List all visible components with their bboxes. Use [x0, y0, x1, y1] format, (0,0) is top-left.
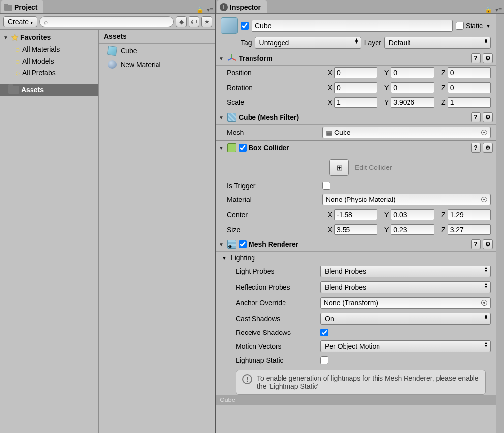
search-icon: ⌕	[44, 18, 48, 26]
scale-z-input[interactable]	[448, 97, 491, 108]
mesh-object-field[interactable]: ▦ Cube	[322, 127, 491, 138]
favorite-all-models[interactable]: ⌕All Models	[0, 55, 98, 67]
boxcollider-header[interactable]: ▼ Box Collider ? ⚙	[216, 140, 496, 155]
inspector-scrollbar[interactable]	[496, 14, 504, 433]
mesh-icon: ▦	[326, 129, 332, 136]
inspector-tab-bar: i Inspector 🔒 ▾≡	[216, 0, 504, 14]
static-dropdown-icon[interactable]: ▼	[486, 23, 491, 29]
lightmap-static-row: Lightmap Static	[216, 354, 496, 366]
info-icon: i	[220, 3, 228, 11]
foldout-icon[interactable]: ▼	[222, 255, 227, 261]
transform-position-row: Position X Y Z	[216, 66, 496, 80]
object-picker-icon[interactable]	[481, 197, 487, 202]
is-trigger-checkbox[interactable]	[322, 182, 330, 190]
gear-icon[interactable]: ⚙	[483, 239, 493, 249]
project-toolbar: Create ▾ ⌕ ◆ 🏷 ★	[0, 14, 215, 30]
filter-type-button[interactable]: ◆	[176, 16, 187, 27]
meshfilter-icon	[227, 112, 237, 122]
filter-label-button[interactable]: 🏷	[189, 16, 199, 27]
motion-vectors-dropdown[interactable]: Per Object Motion	[320, 340, 491, 352]
object-picker-icon[interactable]	[481, 300, 487, 306]
project-tree: ▼ ★ Favorites ⌕All Materials ⌕All Models…	[0, 30, 99, 433]
center-x-input[interactable]	[334, 209, 377, 220]
filter-favorite-button[interactable]: ★	[201, 16, 212, 27]
foldout-icon[interactable]: ▼	[219, 115, 225, 120]
motion-vectors-row: Motion Vectors Per Object Motion	[216, 338, 496, 354]
favorite-all-materials[interactable]: ⌕All Materials	[0, 43, 98, 55]
asset-new-material[interactable]: New Material	[99, 58, 215, 71]
lightmap-static-checkbox[interactable]	[320, 356, 328, 364]
project-search-input[interactable]	[50, 18, 169, 26]
project-tab-bar: Project 🔒 ▾≡	[0, 0, 215, 14]
foldout-icon[interactable]: ▼	[219, 56, 225, 61]
gameobject-name-input[interactable]	[252, 20, 453, 32]
asset-cube[interactable]: Cube	[99, 44, 215, 58]
gameobject-active-checkbox[interactable]	[241, 22, 249, 30]
static-checkbox[interactable]	[456, 22, 464, 30]
search-icon: ⌕	[15, 68, 20, 77]
collider-size-row: Size X Y Z	[216, 222, 496, 237]
transform-rotation-row: Rotation X Y Z	[216, 80, 496, 95]
position-x-input[interactable]	[334, 67, 377, 78]
center-y-input[interactable]	[391, 209, 434, 220]
meshrenderer-enabled-checkbox[interactable]	[239, 240, 247, 248]
transform-scale-row: Scale X Y Z	[216, 95, 496, 110]
anchor-override-row: Anchor Override None (Transform)	[216, 295, 496, 311]
size-x-input[interactable]	[334, 224, 377, 235]
anchor-override-field[interactable]: None (Transform)	[320, 297, 491, 309]
bottom-status-bar: Cube	[216, 395, 496, 405]
scale-y-input[interactable]	[391, 97, 434, 108]
position-y-input[interactable]	[391, 67, 434, 78]
size-z-input[interactable]	[448, 224, 491, 235]
light-probes-dropdown[interactable]: Blend Probes	[320, 266, 491, 277]
center-z-input[interactable]	[448, 209, 491, 220]
lightmap-info-box: ! To enable generation of lightmaps for …	[236, 370, 486, 395]
scale-x-input[interactable]	[334, 97, 377, 108]
meshfilter-header[interactable]: ▼ Cube (Mesh Filter) ? ⚙	[216, 110, 496, 125]
boxcollider-enabled-checkbox[interactable]	[239, 144, 247, 152]
edit-collider-button[interactable]: ⊞	[329, 159, 349, 176]
inspector-body: Static ▼ Tag Untagged Layer Default ▼ Tr…	[216, 14, 496, 433]
lock-icon[interactable]: 🔒	[196, 6, 204, 13]
assets-tree-item[interactable]: Assets	[0, 84, 98, 96]
project-tab-label: Project	[14, 3, 37, 11]
help-button[interactable]: ?	[471, 143, 481, 153]
receive-shadows-checkbox[interactable]	[320, 329, 328, 336]
meshrenderer-header[interactable]: ▼ Mesh Renderer ? ⚙	[216, 237, 496, 252]
project-tab[interactable]: Project	[1, 0, 43, 13]
layer-dropdown[interactable]: Default	[384, 37, 491, 49]
reflection-probes-dropdown[interactable]: Blend Probes	[320, 281, 491, 293]
inspector-tab[interactable]: i Inspector	[217, 0, 267, 13]
panel-menu-icon[interactable]: ▾≡	[495, 6, 502, 13]
object-picker-icon[interactable]	[481, 130, 487, 135]
folder-icon	[4, 4, 12, 11]
lighting-foldout[interactable]: ▼ Lighting	[216, 252, 496, 264]
tag-dropdown[interactable]: Untagged	[255, 37, 361, 49]
help-button[interactable]: ?	[471, 239, 481, 249]
lock-icon[interactable]: 🔒	[485, 6, 492, 13]
gear-icon[interactable]: ⚙	[483, 53, 493, 63]
panel-menu-icon[interactable]: ▾≡	[207, 6, 213, 13]
foldout-icon[interactable]: ▼	[219, 242, 225, 247]
foldout-icon[interactable]: ▼	[219, 145, 225, 151]
size-y-input[interactable]	[391, 224, 434, 235]
gear-icon[interactable]: ⚙	[483, 112, 493, 122]
collider-center-row: Center X Y Z	[216, 207, 496, 222]
favorite-all-prefabs[interactable]: ⌕All Prefabs	[0, 67, 98, 79]
favorites-header[interactable]: ▼ ★ Favorites	[0, 32, 98, 43]
physic-material-field[interactable]: None (Physic Material)	[322, 194, 491, 205]
create-button[interactable]: Create ▾	[3, 16, 37, 27]
gear-icon[interactable]: ⚙	[483, 143, 493, 153]
foldout-icon[interactable]: ▼	[3, 35, 9, 40]
help-button[interactable]: ?	[471, 53, 481, 63]
svg-line-4	[228, 58, 232, 60]
position-z-input[interactable]	[448, 67, 491, 78]
assets-list-header: Assets	[99, 30, 215, 44]
rotation-z-input[interactable]	[448, 82, 491, 93]
help-button[interactable]: ?	[471, 112, 481, 122]
rotation-x-input[interactable]	[334, 82, 377, 93]
rotation-y-input[interactable]	[391, 82, 434, 93]
transform-header[interactable]: ▼ Transform ? ⚙	[216, 51, 496, 66]
project-search-field[interactable]: ⌕	[39, 16, 174, 27]
cast-shadows-dropdown[interactable]: On	[320, 313, 491, 325]
